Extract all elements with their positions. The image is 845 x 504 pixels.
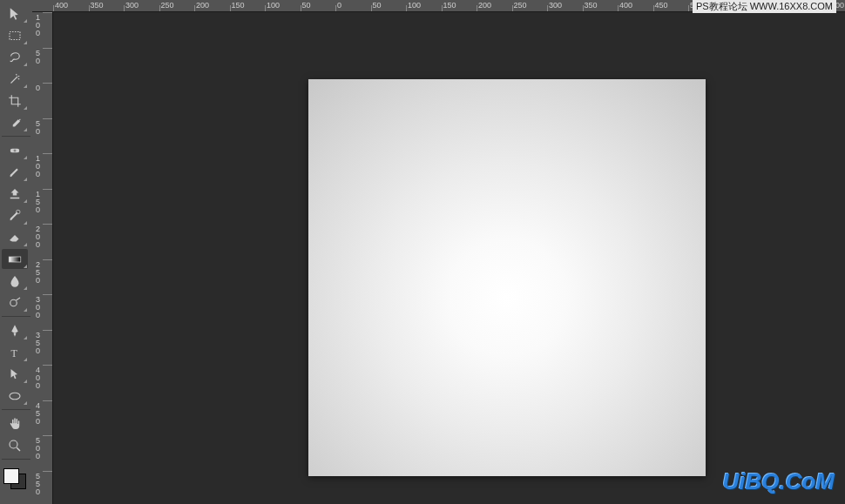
move-tool[interactable] xyxy=(2,3,28,24)
path-selection-tool[interactable] xyxy=(2,364,28,384)
eyedropper-tool[interactable] xyxy=(2,112,28,132)
dodge-tool[interactable] xyxy=(2,292,28,312)
watermark-bottom: UiBQ.CoM xyxy=(722,468,835,495)
crop-tool[interactable] xyxy=(2,91,28,111)
color-swatches[interactable] xyxy=(2,467,28,491)
type-tool[interactable]: T xyxy=(2,342,28,362)
history-brush-tool[interactable] xyxy=(2,205,28,225)
lasso-tool[interactable] xyxy=(2,47,28,67)
gradient-tool[interactable] xyxy=(2,249,28,269)
rectangle-tool[interactable] xyxy=(2,386,28,406)
brush-tool[interactable] xyxy=(2,162,28,182)
pen-tool[interactable] xyxy=(2,320,28,340)
hand-tool[interactable] xyxy=(2,413,28,433)
svg-point-7 xyxy=(10,440,17,448)
svg-point-6 xyxy=(10,393,20,400)
blur-tool[interactable] xyxy=(2,271,28,291)
zoom-tool[interactable] xyxy=(2,435,28,455)
tool-palette: T xyxy=(0,0,32,504)
svg-point-2 xyxy=(17,210,21,214)
healing-brush-tool[interactable] xyxy=(2,140,28,160)
workspace xyxy=(53,12,845,504)
magic-wand-tool[interactable] xyxy=(2,69,28,89)
foreground-color-swatch[interactable] xyxy=(3,468,19,484)
vertical-ruler[interactable]: 1005005010015020025030035040045050055060… xyxy=(32,12,53,504)
svg-rect-0 xyxy=(10,31,20,39)
document-canvas[interactable] xyxy=(308,79,706,476)
svg-rect-3 xyxy=(9,257,21,262)
clone-stamp-tool[interactable] xyxy=(2,184,28,204)
eraser-tool[interactable] xyxy=(2,227,28,247)
rectangular-marquee-tool[interactable] xyxy=(2,25,28,45)
svg-text:T: T xyxy=(11,346,18,359)
watermark-top: PS教程论坛 WWW.16XX8.COM xyxy=(693,0,836,13)
svg-point-4 xyxy=(10,299,17,306)
